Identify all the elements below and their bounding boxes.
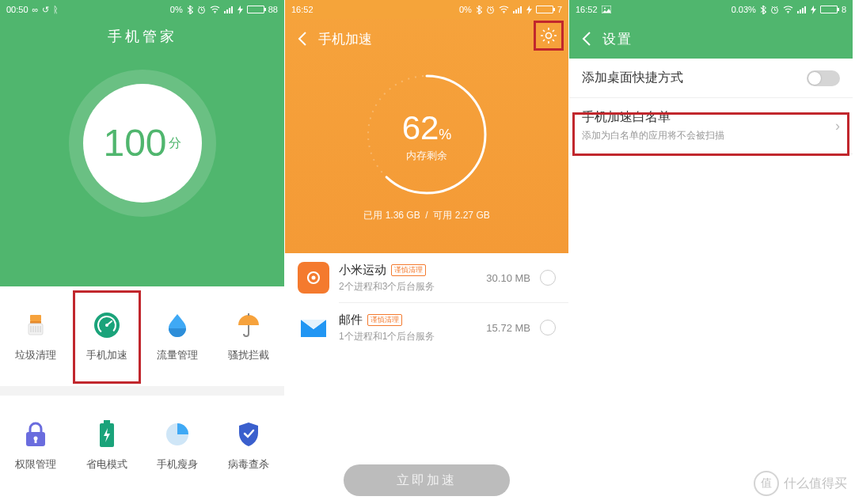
tool-label: 流量管理 bbox=[157, 348, 198, 362]
setting-whitelist[interactable]: 手机加速白名单 添加为白名单的应用将不会被扫描 › bbox=[569, 98, 853, 154]
screen-security-home: 00:50 ∞ ↺ ᚱ 0% bbox=[0, 0, 284, 504]
svg-rect-34 bbox=[797, 11, 799, 13]
settings-button[interactable] bbox=[534, 21, 564, 51]
screen-phone-boost: 16:52 0% 7 手机加速 bbox=[284, 0, 568, 504]
back-button[interactable] bbox=[293, 29, 312, 48]
image-icon bbox=[602, 6, 611, 13]
battery-icon bbox=[247, 6, 264, 13]
svg-point-1 bbox=[214, 12, 215, 13]
gauge-value: 62% bbox=[355, 109, 498, 147]
status-bar: 16:52 0% 7 bbox=[285, 0, 568, 19]
tool-label: 手机瘦身 bbox=[157, 457, 198, 472]
bluetooth-icon bbox=[476, 6, 482, 14]
status-bar: 00:50 ∞ ↺ ᚱ 0% bbox=[0, 0, 284, 19]
battery-icon bbox=[820, 6, 838, 13]
svg-rect-23 bbox=[520, 6, 522, 13]
memory-gauge: 62% 内存剩余 bbox=[355, 63, 498, 206]
tool-battery-saver[interactable]: 省电模式 bbox=[71, 396, 142, 495]
page-title: 设置 bbox=[602, 30, 633, 48]
divider bbox=[0, 386, 284, 396]
battery-pct: 8 bbox=[842, 5, 846, 14]
tool-spam-block[interactable]: 骚扰拦截 bbox=[213, 286, 284, 386]
speedometer-icon bbox=[92, 310, 122, 340]
boost-now-button[interactable]: 立即加速 bbox=[344, 464, 510, 496]
svg-rect-5 bbox=[231, 6, 233, 13]
alarm-icon bbox=[197, 6, 206, 14]
score-value: 100 bbox=[103, 84, 166, 203]
mail-icon bbox=[298, 312, 329, 343]
back-button[interactable] bbox=[577, 29, 596, 48]
app-row-mi-fit[interactable]: 小米运动谨慎清理 2个进程和3个后台服务 30.10 MB bbox=[285, 253, 568, 302]
svg-rect-4 bbox=[229, 8, 230, 13]
brush-icon bbox=[21, 310, 51, 340]
tool-data-manage[interactable]: 流量管理 bbox=[142, 286, 214, 386]
tool-label: 手机加速 bbox=[86, 348, 127, 362]
watermark-text: 什么值得买 bbox=[784, 476, 847, 492]
tool-permissions[interactable]: 权限管理 bbox=[0, 396, 71, 495]
wifi-icon bbox=[783, 6, 793, 13]
gauge-label: 内存剩余 bbox=[355, 149, 498, 163]
svg-rect-14 bbox=[34, 439, 36, 443]
header: 设置 bbox=[569, 19, 853, 59]
svg-rect-15 bbox=[104, 420, 110, 423]
app-subtitle: 2个进程和3个后台服务 bbox=[339, 280, 477, 294]
tool-phone-slim[interactable]: 手机瘦身 bbox=[142, 396, 214, 495]
app-name: 小米运动 bbox=[339, 263, 386, 278]
toggle-switch[interactable] bbox=[807, 70, 840, 86]
tool-trash-clean[interactable]: 垃圾清理 bbox=[0, 286, 71, 386]
mi-fit-icon bbox=[298, 262, 329, 294]
tool-label: 病毒查杀 bbox=[228, 457, 269, 472]
status-pct: 0.03% bbox=[732, 5, 756, 14]
bluetooth-icon bbox=[760, 6, 766, 14]
wifi-icon bbox=[210, 6, 220, 13]
svg-rect-36 bbox=[802, 8, 804, 13]
sync-icon: ↺ bbox=[42, 5, 49, 15]
app-checkbox[interactable] bbox=[540, 320, 556, 335]
svg-point-19 bbox=[504, 12, 505, 13]
lock-icon bbox=[21, 419, 51, 449]
svg-rect-35 bbox=[800, 9, 801, 13]
svg-point-33 bbox=[788, 12, 789, 13]
watermark-icon: 值 bbox=[754, 471, 779, 496]
status-time: 16:52 bbox=[291, 5, 314, 14]
alarm-icon bbox=[770, 6, 779, 14]
bolt-icon bbox=[811, 6, 816, 14]
bolt-icon bbox=[238, 6, 243, 14]
pie-chart-icon bbox=[162, 419, 192, 449]
battery-pct: 7 bbox=[557, 5, 562, 14]
svg-point-28 bbox=[312, 276, 316, 280]
app-row-mail[interactable]: 邮件谨慎清理 1个进程和1个后台服务 15.72 MB bbox=[285, 303, 568, 352]
status-time: 00:50 bbox=[6, 5, 28, 14]
screen-settings: 16:52 0.03% 8 设置 添加桌面快捷方式 bbox=[568, 0, 853, 504]
page-title: 手机加速 bbox=[318, 30, 372, 48]
setting-subtitle: 添加为白名单的应用将不会被扫描 bbox=[582, 129, 835, 142]
infinity-icon: ∞ bbox=[32, 5, 39, 14]
app-size: 30.10 MB bbox=[486, 272, 530, 284]
status-pct: 0% bbox=[459, 5, 472, 14]
tools-grid: 垃圾清理 手机加速 流量管理 骚扰拦截 权限管理 bbox=[0, 286, 284, 495]
score-suffix: 分 bbox=[169, 135, 181, 152]
shield-check-icon bbox=[234, 419, 264, 449]
app-name: 邮件 bbox=[339, 313, 363, 328]
bluetooth-icon bbox=[187, 6, 193, 14]
tool-phone-boost[interactable]: 手机加速 bbox=[71, 286, 142, 386]
page-title: 手机管家 bbox=[0, 19, 284, 57]
bolt-icon bbox=[526, 6, 532, 14]
signal-icon bbox=[513, 6, 522, 13]
score-gauge[interactable]: 100 分 bbox=[69, 70, 216, 217]
gear-icon bbox=[540, 27, 557, 44]
memory-detail: 已用 1.36 GB / 可用 2.27 GB bbox=[285, 209, 568, 222]
caution-tag: 谨慎清理 bbox=[391, 264, 426, 276]
chevron-right-icon: › bbox=[835, 118, 840, 135]
svg-rect-37 bbox=[804, 6, 806, 13]
app-size: 15.72 MB bbox=[486, 322, 530, 334]
tool-label: 权限管理 bbox=[15, 457, 56, 472]
tool-label: 省电模式 bbox=[86, 457, 127, 472]
battery-pct: 88 bbox=[268, 5, 278, 14]
svg-rect-20 bbox=[513, 11, 515, 13]
svg-rect-21 bbox=[515, 9, 517, 13]
setting-label: 添加桌面快捷方式 bbox=[582, 70, 807, 86]
tool-antivirus[interactable]: 病毒查杀 bbox=[213, 396, 284, 495]
app-checkbox[interactable] bbox=[540, 270, 556, 286]
setting-add-shortcut[interactable]: 添加桌面快捷方式 bbox=[569, 59, 853, 98]
